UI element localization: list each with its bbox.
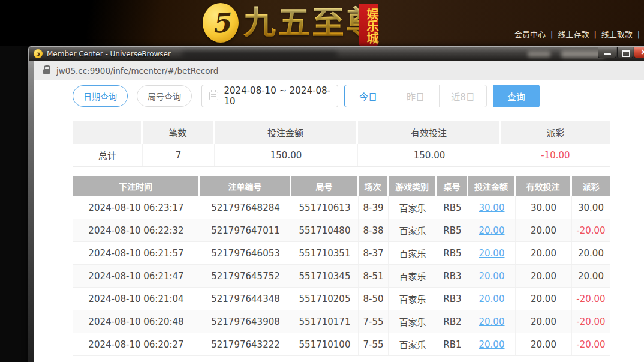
table-row: 2024-08-10 06:22:32521797647011551710480… <box>73 219 610 242</box>
table-cell: 20.00 <box>516 333 572 355</box>
table-cell: 百家乐 <box>389 265 437 287</box>
table-cell: 百家乐 <box>389 310 437 333</box>
summary-header-cell <box>73 121 143 144</box>
table-cell: 8-38 <box>359 219 389 241</box>
bet-header-cell: 投注金额 <box>468 176 516 196</box>
address-bar[interactable]: jw05.cc:9900/infe/mcenter/#/betRecord <box>34 61 644 80</box>
round-query-tab[interactable]: 局号查询 <box>137 85 192 107</box>
bet-table-body: 2024-08-10 06:23:17521797648284551710613… <box>73 196 610 356</box>
quick-yesterday-button[interactable]: 昨日 <box>392 85 440 107</box>
bet-header-cell: 注单编号 <box>200 176 291 196</box>
table-cell: 30.00 <box>572 196 610 219</box>
summary-header-cell: 投注金额 <box>215 121 358 144</box>
bet-amount-link[interactable]: 20.00 <box>468 219 516 241</box>
minimize-button[interactable] <box>598 47 616 58</box>
table-cell: 百家乐 <box>389 288 437 310</box>
table-cell: 2024-08-10 06:21:04 <box>73 288 200 310</box>
bet-header-cell: 有效投注 <box>516 176 572 196</box>
summary-valid-bet: 150.00 <box>358 144 501 166</box>
summary-total-row: 总计 7 150.00 150.00 -10.00 <box>73 144 610 167</box>
summary-payout: -10.00 <box>501 144 610 166</box>
table-cell: 8-51 <box>359 265 389 287</box>
bet-header-cell: 局号 <box>291 176 359 196</box>
table-cell: 百家乐 <box>389 333 437 355</box>
summary-count: 7 <box>143 144 215 166</box>
bet-amount-link[interactable]: 20.00 <box>468 265 516 287</box>
quick-range-group: 今日 昨日 近8日 <box>344 85 487 107</box>
table-cell: RB5 <box>437 242 468 264</box>
window-controls <box>597 47 644 58</box>
quick-today-button[interactable]: 今日 <box>344 85 392 107</box>
blurred-content <box>182 52 338 57</box>
table-row: 2024-08-10 06:21:04521797644348551710205… <box>73 288 610 310</box>
table-cell: RB3 <box>437 288 468 310</box>
table-cell: 20.00 <box>516 310 572 333</box>
table-cell: 20.00 <box>516 288 572 310</box>
bet-amount-link[interactable]: 20.00 <box>468 310 516 333</box>
table-cell: 20.00 <box>516 219 572 241</box>
bet-record-page: 日期查询 局号查询 2024-08-10 ~ 2024-08-10 今日 昨日 … <box>34 80 644 362</box>
bet-header-cell: 下注时间 <box>73 176 200 196</box>
bet-amount-link[interactable]: 20.00 <box>468 333 516 355</box>
table-cell: 2024-08-10 06:23:17 <box>73 196 200 219</box>
table-cell: 2024-08-10 06:20:27 <box>73 333 200 355</box>
table-cell: 551710480 <box>291 219 359 241</box>
date-range-value: 2024-08-10 ~ 2024-08-10 <box>224 85 338 107</box>
table-cell: 20.00 <box>516 242 572 264</box>
bet-amount-link[interactable]: 20.00 <box>468 288 516 310</box>
table-row: 2024-08-10 06:23:17521797648284551710613… <box>73 196 610 219</box>
table-cell: 551710345 <box>291 265 359 287</box>
maximize-button[interactable] <box>617 47 633 58</box>
calendar-icon <box>209 92 218 100</box>
table-cell: -20.00 <box>572 219 610 241</box>
table-cell: -20.00 <box>572 310 610 333</box>
summary-header-row: 笔数 投注金额 有效投注 派彩 <box>73 121 610 144</box>
table-row: 2024-08-10 06:20:27521797643222551710100… <box>73 333 610 356</box>
nav-online-deposit[interactable]: 线上存款 <box>558 30 589 39</box>
date-range-input[interactable]: 2024-08-10 ~ 2024-08-10 <box>201 85 338 107</box>
table-cell: 551710613 <box>291 196 359 219</box>
window-titlebar[interactable]: 5 Member Center - UniverseBrowser <box>29 47 644 61</box>
table-row: 2024-08-10 06:20:48521797643908551710171… <box>73 310 610 333</box>
bet-header-cell: 游戏类别 <box>389 176 437 196</box>
table-cell: 20.00 <box>572 265 610 287</box>
table-cell: -20.00 <box>572 288 610 310</box>
browser-window: 5 Member Center - UniverseBrowser jw05.c… <box>28 46 644 362</box>
table-cell: 7-55 <box>359 333 389 355</box>
summary-total-label: 总计 <box>73 144 143 166</box>
top-nav: 会员中心|线上存款|线上取款|一 <box>514 28 644 40</box>
table-cell: RB5 <box>437 219 468 241</box>
bet-header-cell: 场次 <box>359 176 389 196</box>
table-cell: 20.00 <box>516 265 572 287</box>
table-cell: 521797645752 <box>200 265 291 287</box>
table-cell: 521797644348 <box>200 288 291 310</box>
table-cell: 30.00 <box>516 196 572 219</box>
table-cell: RB5 <box>437 196 468 219</box>
bet-header-cell: 派彩 <box>572 176 610 196</box>
table-row: 2024-08-10 06:21:57521797646053551710351… <box>73 242 610 265</box>
close-button[interactable] <box>634 47 644 58</box>
brand-logo-icon: 5 <box>203 3 239 43</box>
blurred-content <box>528 51 550 57</box>
nav-online-withdraw[interactable]: 线上取款 <box>601 30 633 39</box>
bet-table-header-row: 下注时间 注单编号 局号 场次 游戏类别 桌号 投注金额 有效投注 派彩 <box>73 176 610 196</box>
table-cell: 8-50 <box>359 288 389 310</box>
nav-separator: | <box>550 30 553 39</box>
quick-last8days-button[interactable]: 近8日 <box>439 85 487 107</box>
bet-amount-link[interactable]: 20.00 <box>468 242 516 264</box>
summary-header-cell: 笔数 <box>143 121 215 144</box>
search-button[interactable]: 查询 <box>493 85 540 107</box>
bet-header-cell: 桌号 <box>437 176 468 196</box>
table-cell: 8-37 <box>359 242 389 264</box>
table-row: 2024-08-10 06:21:47521797645752551710345… <box>73 265 610 288</box>
bet-amount-link[interactable]: 30.00 <box>468 196 516 219</box>
nav-member-center[interactable]: 会员中心 <box>514 30 546 39</box>
table-cell: RB2 <box>437 310 468 333</box>
table-cell: 551710205 <box>291 288 359 310</box>
table-cell: 8-39 <box>359 196 389 219</box>
url-text: jw05.cc:9900/infe/mcenter/#/betRecord <box>56 66 218 76</box>
table-cell: 2024-08-10 06:21:57 <box>73 242 200 264</box>
table-cell: 2024-08-10 06:20:48 <box>73 310 200 333</box>
table-cell: 521797646053 <box>200 242 291 264</box>
date-query-tab[interactable]: 日期查询 <box>73 85 128 107</box>
